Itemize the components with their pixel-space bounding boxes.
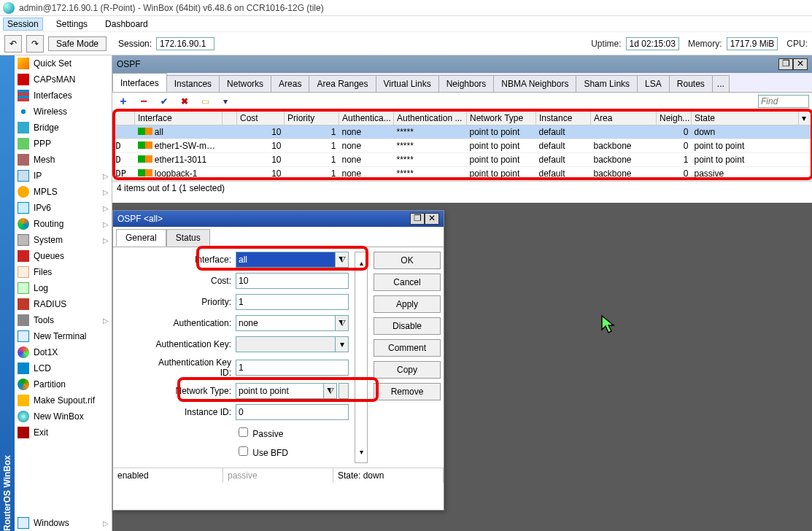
filter-button[interactable]: ▾ [217,94,233,109]
menu-settings[interactable]: Settings [52,18,92,31]
auth-dropdown-icon[interactable]: ⧨ [336,315,349,331]
ospf-tab-instances[interactable]: Instances [166,75,220,92]
detail-maximize-icon[interactable]: ❐ [410,213,425,225]
tab-status[interactable]: Status [166,229,210,247]
disable-button[interactable]: ✖ [177,94,193,109]
apply-button[interactable]: Apply [374,295,441,313]
ospf-tab-area-ranges[interactable]: Area Ranges [309,75,376,92]
column-header[interactable]: Neigh... [657,112,692,125]
ospf-tab-lsa[interactable]: LSA [637,75,670,92]
column-header[interactable]: Authentication ... [394,112,467,125]
remove-button[interactable]: − [136,94,152,109]
sidebar-item-new-winbox[interactable]: New WinBox [15,408,112,425]
status-state: State: down [333,468,444,483]
sidebar-item-capsman[interactable]: CAPsMAN [15,71,112,88]
safemode-button[interactable]: Safe Mode [48,36,107,51]
ospf-close-icon[interactable]: ✕ [793,58,808,70]
ospf-tab-areas[interactable]: Areas [271,75,309,92]
ntype-field[interactable]: point to point [236,383,324,399]
authkeyid-field[interactable]: 1 [236,360,349,376]
detail-titlebar[interactable]: OSPF <all> ❐ ✕ [113,211,444,227]
ospf-tab-interfaces[interactable]: Interfaces [112,73,167,92]
column-header[interactable]: Network Type [467,112,536,125]
sidebar-item-log[interactable]: Log [15,280,112,296]
ntype-extra-button[interactable] [339,383,349,399]
sidebar-item-exit[interactable]: Exit [15,425,112,441]
column-header[interactable]: Instance [536,112,591,125]
column-header[interactable]: State [692,112,799,125]
sidebar-item-system[interactable]: System▷ [15,232,112,248]
priority-label: Priority: [145,297,231,307]
sidebar-item-lcd[interactable]: LCD [15,360,112,376]
column-header[interactable] [113,112,135,125]
sidebar-item-queues[interactable]: Queues [15,248,112,264]
redo-button[interactable]: ↷ [26,35,44,53]
sidebar-item-ipv6[interactable]: IPv6▷ [15,200,112,216]
sidebar-item-quick-set[interactable]: Quick Set [15,55,112,71]
authkey-field[interactable] [236,336,336,352]
ospf-tab-networks[interactable]: Networks [219,75,271,92]
column-header[interactable]: Interface [135,112,223,125]
sidebar-item-bridge[interactable]: Bridge [15,120,112,136]
sidebar-item-partition[interactable]: Partition [15,376,112,392]
enable-button[interactable]: ✔ [156,94,172,109]
column-header[interactable]: Cost [237,112,285,125]
sidebar-item-radius[interactable]: RADIUS [15,296,112,312]
tab-general[interactable]: General [116,229,166,247]
interface-dropdown-icon[interactable]: ⧨ [336,252,349,268]
cancel-button[interactable]: Cancel [374,274,441,291]
sidebar-item-windows[interactable]: Windows▷ [15,515,112,531]
sidebar-item-make-supout-rif[interactable]: Make Supout.rif [15,392,112,408]
remove-button[interactable]: Remove [374,383,441,400]
sidebar-item-routing[interactable]: Routing▷ [15,216,112,232]
sidebar-item-files[interactable]: Files [15,264,112,280]
interface-field[interactable]: all [236,252,336,268]
column-menu-icon[interactable]: ▾ [799,112,812,125]
cost-field[interactable]: 10 [236,273,349,289]
menu-session[interactable]: Session [3,18,43,31]
table-row[interactable]: D ether11-3011101none*****point to point… [113,153,812,167]
comment-button[interactable]: ▭ [197,94,213,109]
auth-field[interactable]: none [236,315,336,331]
column-header[interactable]: Priority [285,112,339,125]
table-row[interactable]: all101none*****point to pointdefault0dow… [113,125,812,139]
sidebar-item-ip[interactable]: IP▷ [15,168,112,184]
authkey-reveal-icon[interactable]: ▾ [336,336,349,352]
find-input[interactable] [758,95,809,108]
undo-button[interactable]: ↶ [4,35,22,53]
sidebar-item-mpls[interactable]: MPLS▷ [15,184,112,200]
ospf-titlebar[interactable]: OSPF ❐ ✕ [112,55,812,73]
passive-checkbox[interactable] [239,427,248,437]
sidebar-item-tools[interactable]: Tools▷ [15,312,112,328]
column-header[interactable]: Authentica... [339,112,394,125]
disable-button[interactable]: Disable [374,317,441,335]
table-row[interactable]: DP loopback-1101none*****point to pointd… [113,167,812,181]
menu-dashboard[interactable]: Dashboard [101,18,152,31]
ospf-tab--[interactable]: ... [712,75,730,92]
form-scroll[interactable]: ▴▾ [355,252,368,463]
usebfd-checkbox[interactable] [239,446,248,456]
priority-field[interactable]: 1 [236,294,349,310]
column-header[interactable] [223,112,237,125]
ospf-maximize-icon[interactable]: ❐ [778,58,793,70]
ospf-tab-sham-links[interactable]: Sham Links [576,75,638,92]
sidebar-item-wireless[interactable]: Wireless [15,104,112,120]
ospf-tab-routes[interactable]: Routes [669,75,713,92]
sidebar-item-new-terminal[interactable]: New Terminal [15,328,112,344]
ospf-tab-virtual-links[interactable]: Virtual Links [376,75,439,92]
comment-button[interactable]: Comment [374,339,441,357]
ok-button[interactable]: OK [374,252,441,269]
ospf-tab-nbma-neighbors[interactable]: NBMA Neighbors [493,75,576,92]
sidebar-item-ppp[interactable]: PPP [15,136,112,152]
ntype-dropdown-icon[interactable]: ⧨ [324,383,337,399]
copy-button[interactable]: Copy [374,361,441,379]
ospf-tab-neighbors[interactable]: Neighbors [438,75,495,92]
sidebar-item-mesh[interactable]: Mesh [15,152,112,168]
detail-close-icon[interactable]: ✕ [425,213,439,225]
instid-field[interactable]: 0 [236,404,349,420]
column-header[interactable]: Area [591,112,657,125]
sidebar-item-interfaces[interactable]: Interfaces [15,88,112,104]
add-button[interactable]: + [115,94,131,109]
sidebar-item-dot1x[interactable]: Dot1X [15,344,112,360]
table-row[interactable]: D ether1-SW-mult...101none*****point to … [113,139,812,153]
